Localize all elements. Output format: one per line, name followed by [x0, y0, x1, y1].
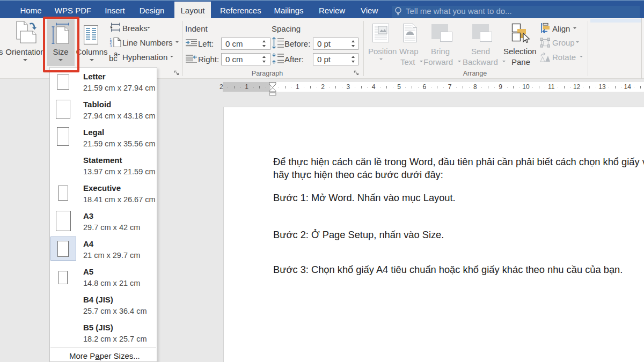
svg-text:3: 3	[110, 44, 112, 48]
